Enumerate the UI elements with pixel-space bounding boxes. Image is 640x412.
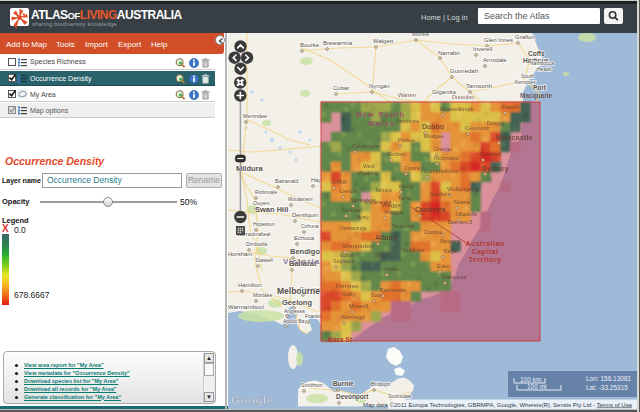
svg-text:Moulamein: Moulamein (288, 196, 313, 202)
svg-text:Hamilton: Hamilton (238, 282, 262, 288)
svg-text:Canberra: Canberra (415, 206, 446, 213)
svg-text:Wagga: Wagga (382, 202, 401, 208)
svg-text:Geelong: Geelong (282, 298, 312, 307)
svg-text:Wagga: Wagga (384, 209, 403, 215)
svg-text:Territory: Territory (469, 256, 502, 264)
svg-text:Forbes: Forbes (388, 151, 405, 157)
svg-text:Cooma: Cooma (424, 229, 443, 235)
svg-text:Bridport: Bridport (371, 381, 391, 387)
svg-text:Anglesea: Anglesea (284, 308, 305, 314)
svg-text:Sale: Sale (371, 292, 382, 298)
svg-text:Richmond: Richmond (434, 155, 459, 161)
svg-text:Victoria: Victoria (283, 257, 320, 266)
svg-text:Wales: Wales (368, 119, 395, 128)
svg-text:Warrnambool: Warrnambool (228, 304, 264, 310)
svg-text:Port: Port (533, 84, 547, 91)
svg-text:Condobolin: Condobolin (352, 143, 380, 149)
svg-text:Wyalong: Wyalong (358, 170, 378, 176)
svg-text:New South: New South (356, 110, 406, 119)
svg-text:Menindee: Menindee (243, 113, 267, 119)
svg-text:Tumut: Tumut (398, 196, 411, 201)
svg-text:Deniliquin: Deniliquin (292, 212, 318, 218)
svg-text:Omeo: Omeo (384, 266, 398, 272)
svg-text:Brewarrina: Brewarrina (323, 40, 353, 46)
svg-text:Hopetoun: Hopetoun (253, 221, 275, 227)
svg-text:Orange: Orange (434, 146, 452, 152)
svg-text:Griffith: Griffith (331, 179, 347, 185)
svg-text:Albury: Albury (375, 234, 397, 242)
svg-text:Wollongong: Wollongong (447, 186, 479, 192)
svg-text:Horsham: Horsham (228, 251, 252, 257)
svg-text:Mudgee: Mudgee (424, 133, 444, 139)
svg-text:Shepparton: Shepparton (342, 243, 373, 249)
svg-text:Muswellbrook: Muswellbrook (440, 106, 474, 112)
svg-text:Cobar: Cobar (333, 85, 349, 91)
svg-text:Forster: Forster (502, 104, 520, 110)
svg-text:Cessnock: Cessnock (465, 125, 489, 131)
svg-text:Gosford: Gosford (480, 151, 501, 157)
svg-text:Melbourne: Melbourne (277, 286, 320, 296)
svg-text:100 km: 100 km (520, 376, 541, 383)
svg-text:Mallacoota: Mallacoota (442, 274, 466, 280)
svg-text:Dubbo: Dubbo (422, 123, 444, 130)
svg-text:Narooma: Narooma (440, 238, 461, 244)
svg-text:Yarrawonga: Yarrawonga (340, 225, 367, 231)
svg-text:Tamworth: Tamworth (466, 83, 492, 89)
svg-text:Dungog: Dungog (487, 120, 505, 126)
svg-text:Bass St: Bass St (328, 336, 353, 343)
svg-text:Eden: Eden (437, 263, 450, 269)
svg-text:Newcastle: Newcastle (496, 133, 533, 142)
svg-text:Bright: Bright (377, 252, 391, 258)
svg-text:Henty: Henty (357, 215, 370, 220)
svg-text:Australian: Australian (465, 240, 504, 247)
svg-text:Gully: Gully (342, 291, 356, 297)
svg-text:Lockhart: Lockhart (343, 207, 363, 213)
svg-text:Stawell: Stawell (255, 257, 273, 263)
svg-text:Apollo Bay: Apollo Bay (283, 318, 307, 324)
svg-text:Map data ©2011 Europa Technolo: Map data ©2011 Europa Technologies, GBRM… (363, 402, 633, 408)
svg-text:Grafton: Grafton (515, 34, 535, 40)
svg-text:West: West (363, 163, 375, 169)
svg-text:Scottsdale: Scottsdale (388, 393, 412, 399)
svg-text:Walgett: Walgett (373, 38, 393, 44)
svg-text:Temora: Temora (375, 187, 392, 193)
svg-text:Tocumwal: Tocumwal (392, 223, 414, 229)
svg-text:Mortlake: Mortlake (253, 292, 272, 298)
svg-text:Ulladulla: Ulladulla (456, 211, 478, 217)
svg-text:Swan Hill: Swan Hill (255, 205, 288, 214)
svg-text:Capital: Capital (472, 248, 499, 256)
svg-text:Seymour: Seymour (333, 258, 355, 264)
svg-text:Warren: Warren (398, 92, 416, 98)
svg-text:Young: Young (398, 183, 413, 189)
svg-text:100 mi: 100 mi (527, 383, 547, 390)
svg-text:Moree: Moree (412, 33, 430, 37)
svg-text:Sydney: Sydney (482, 164, 510, 173)
svg-text:Ferntree: Ferntree (336, 283, 359, 289)
svg-text:Hay: Hay (311, 177, 321, 183)
svg-text:Narrandera: Narrandera (350, 197, 376, 203)
svg-text:Heads: Heads (537, 66, 552, 72)
svg-text:Smithton: Smithton (301, 382, 323, 388)
svg-text:Glen Innes: Glen Innes (484, 37, 513, 43)
svg-text:Bega: Bega (444, 248, 458, 254)
svg-text:Burnie: Burnie (333, 380, 354, 387)
svg-text:Dunedoo: Dunedoo (452, 94, 474, 100)
svg-text:Google: Google (231, 394, 274, 406)
svg-text:Inverell: Inverell (473, 46, 492, 52)
svg-text:Bairnsdale: Bairnsdale (380, 287, 406, 293)
svg-text:Robinvale: Robinvale (255, 189, 277, 195)
svg-text:Bourke: Bourke (300, 42, 320, 48)
svg-text:Nowra: Nowra (454, 199, 471, 205)
svg-text:Balranald: Balranald (275, 178, 298, 184)
svg-text:Campbelltown: Campbelltown (424, 168, 459, 174)
svg-text:Parkes: Parkes (398, 137, 415, 143)
svg-text:Cowra: Cowra (404, 165, 421, 171)
svg-text:Goulburn: Goulburn (430, 191, 451, 197)
svg-text:Armidale: Armidale (483, 57, 507, 63)
svg-text:Leeton: Leeton (340, 188, 357, 194)
svg-text:Narrabri: Narrabri (438, 50, 460, 56)
svg-text:Echuca: Echuca (294, 235, 315, 241)
svg-text:Gunnedah: Gunnedah (450, 68, 478, 74)
svg-text:Cohuna: Cohuna (301, 223, 319, 229)
svg-text:Devonport: Devonport (336, 393, 369, 401)
